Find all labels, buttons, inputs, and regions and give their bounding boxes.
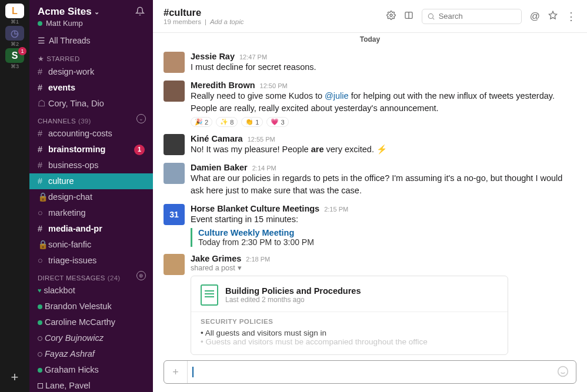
reactions: 🎉2✨8👏1💗3: [191, 117, 576, 127]
star-icon[interactable]: [548, 11, 558, 22]
post-attachment[interactable]: Building Policies and Procedures Last ed…: [191, 276, 508, 355]
item-label: sonic-fanfic: [48, 239, 91, 251]
author-name[interactable]: Kiné Camara: [191, 134, 243, 143]
workspace-rail: L⌘1◷⌘2S⌘31 +: [0, 0, 29, 392]
message-composer[interactable]: +: [164, 360, 576, 384]
channel-name[interactable]: #culture: [164, 7, 379, 18]
avatar[interactable]: [164, 134, 185, 155]
channel-prefix-icon: ○: [38, 207, 46, 219]
all-threads[interactable]: ☰ All Threads: [29, 32, 153, 49]
dm-item[interactable]: Brandon Velestuk: [29, 299, 153, 314]
dm-item[interactable]: Graham Hicks: [29, 362, 153, 378]
add-workspace-button[interactable]: +: [11, 370, 19, 385]
toggle-pane-icon[interactable]: [404, 11, 413, 22]
mentions-icon[interactable]: @: [530, 11, 540, 22]
unread-badge: 1: [134, 145, 145, 155]
message-text: What are our policies in regards to pets…: [191, 172, 576, 197]
message[interactable]: Meredith Brown12:50 PMReally need to giv…: [164, 77, 576, 130]
channel-item[interactable]: #business-ops: [29, 158, 153, 173]
item-label: marketing: [48, 207, 86, 219]
timestamp: 2:15 PM: [324, 206, 348, 213]
message-text: Really need to give some Kudos to @julie…: [191, 90, 576, 115]
item-label: media-and-pr: [48, 223, 102, 235]
channel-item[interactable]: #brainstorming1: [29, 142, 153, 158]
event-title: Culture Weekly Meeting: [198, 228, 576, 237]
presence-indicator: [38, 304, 42, 309]
channel-prefix-icon: #: [38, 175, 46, 187]
add-topic[interactable]: Add a topic: [210, 18, 244, 25]
avatar[interactable]: [164, 81, 185, 102]
message[interactable]: Jake Grimes2:18 PMshared a post ▾ Buildi…: [164, 250, 576, 356]
workspace-name: Acme Sites: [38, 6, 92, 18]
reaction[interactable]: ✨8: [216, 117, 238, 127]
bell-icon[interactable]: [135, 6, 145, 18]
starred-item[interactable]: #design-work: [29, 64, 153, 80]
channel-item[interactable]: #culture: [29, 173, 153, 189]
calendar-icon: 31: [164, 204, 185, 225]
user-mention[interactable]: @julie: [325, 91, 349, 100]
dm-item[interactable]: Caroline McCarthy: [29, 314, 153, 330]
message[interactable]: 31Horse Blanket Culture Meetings2:15 PM …: [164, 200, 576, 250]
threads-icon: ☰: [38, 36, 45, 45]
channel-item[interactable]: ○marketing: [29, 205, 153, 221]
item-label: culture: [48, 175, 74, 187]
chevron-down-icon[interactable]: ▾: [238, 263, 242, 272]
channel-item[interactable]: #accounting-costs: [29, 126, 153, 142]
avatar[interactable]: [164, 254, 185, 275]
svg-line-4: [432, 18, 434, 19]
reaction[interactable]: 👏1: [241, 117, 263, 127]
reaction[interactable]: 🎉2: [191, 117, 212, 127]
section-channels[interactable]: CHANNELS (39): [29, 112, 99, 126]
section-starred[interactable]: ★ STARRED: [29, 49, 153, 64]
starred-item[interactable]: #events: [29, 80, 153, 96]
workspace-tile[interactable]: S⌘31: [4, 48, 25, 69]
presence-indicator: [38, 383, 43, 388]
document-icon: [201, 284, 218, 306]
channel-item[interactable]: ○triage-issues: [29, 253, 153, 269]
starred-item[interactable]: ☖Cory, Tina, Dio: [29, 96, 153, 112]
item-label: slackbot: [44, 284, 75, 297]
search-box[interactable]: [422, 9, 522, 24]
item-label: events: [48, 82, 75, 94]
section-dms[interactable]: DIRECT MESSAGES (24): [29, 269, 129, 283]
gear-icon[interactable]: [386, 11, 396, 22]
member-count[interactable]: 19 members: [164, 18, 201, 25]
dm-item[interactable]: Cory Bujnowicz: [29, 330, 153, 346]
event-attachment[interactable]: Culture Weekly Meeting Today from 2:30 P…: [191, 228, 576, 247]
channel-item[interactable]: 🔒sonic-fanfic: [29, 237, 153, 253]
author-name[interactable]: Jake Grimes: [191, 254, 241, 263]
channel-prefix-icon: #: [38, 128, 46, 140]
author-name[interactable]: Jessie Ray: [191, 52, 235, 61]
add-channel-icon[interactable]: ⌄: [136, 114, 146, 123]
message[interactable]: Jessie Ray12:47 PMI must decline for sec…: [164, 48, 576, 77]
author-name[interactable]: Meredith Brown: [191, 81, 255, 90]
author-name[interactable]: Damien Baker: [191, 163, 248, 172]
svg-point-6: [558, 366, 568, 376]
emoji-icon[interactable]: [557, 366, 569, 379]
presence-indicator: [38, 21, 42, 26]
message[interactable]: Damien Baker2:14 PMWhat are our policies…: [164, 159, 576, 200]
more-icon[interactable]: ⋮: [566, 10, 576, 23]
search-input[interactable]: [439, 12, 516, 21]
channel-item[interactable]: 🔒design-chat: [29, 189, 153, 205]
channel-prefix-icon: ○: [38, 254, 46, 267]
item-label: design-work: [48, 66, 94, 78]
message[interactable]: Kiné Camara12:55 PMNo! It was my pleasur…: [164, 130, 576, 159]
workspace-tile[interactable]: ◷⌘2: [4, 26, 25, 47]
workspace-switcher[interactable]: Acme Sites ⌄: [38, 6, 99, 18]
channel-prefix-icon: 🔒: [38, 239, 46, 251]
avatar[interactable]: [164, 52, 185, 73]
message-list: Jessie Ray12:47 PMI must decline for sec…: [153, 46, 587, 356]
dm-item[interactable]: Fayaz Ashraf: [29, 346, 153, 362]
dm-item[interactable]: Lane, Pavel: [29, 378, 153, 392]
timestamp: 2:18 PM: [246, 256, 270, 263]
add-dm-icon[interactable]: ⊕: [136, 271, 146, 280]
workspace-tile[interactable]: L⌘1: [4, 4, 25, 25]
dm-item[interactable]: ♥slackbot: [29, 283, 153, 299]
current-user[interactable]: Matt Kump: [38, 19, 145, 28]
avatar[interactable]: [164, 163, 185, 184]
attach-button[interactable]: +: [164, 361, 188, 383]
channel-item[interactable]: #media-and-pr: [29, 221, 153, 237]
timestamp: 12:47 PM: [239, 53, 267, 61]
reaction[interactable]: 💗3: [266, 117, 288, 127]
